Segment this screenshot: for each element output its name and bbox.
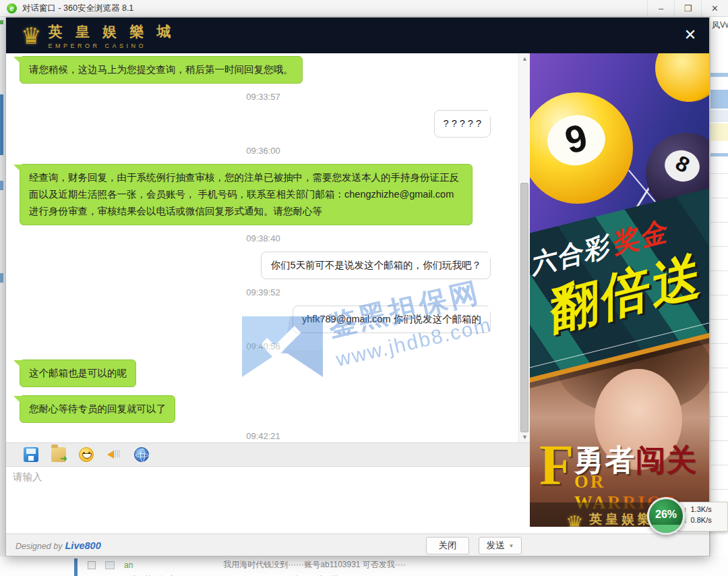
- background-band: [710, 90, 728, 109]
- window-close-button[interactable]: ✕: [701, 0, 728, 16]
- background-band: [710, 123, 728, 141]
- chat-message-agent: 请您稍候，这边马上为您提交查询，稍后第一时间回复您哦。: [20, 56, 507, 84]
- chat-scrollbar[interactable]: ▲ ▼: [518, 53, 530, 442]
- timestamp: 09:36:00: [20, 146, 507, 156]
- dialog-header: ♛ 英 皇 娱 樂 城 EMPEROR CASINO ✕: [6, 18, 709, 53]
- chat-scroll-content: 请您稍候，这边马上为您提交查询，稍后第一时间回复您哦。 09:33:57 ? ?…: [6, 53, 516, 442]
- chat-message-agent: 这个邮箱也是可以的呢: [20, 359, 507, 387]
- casino-logo: ♛ 英 皇 娱 樂 城 EMPEROR CASINO: [21, 22, 175, 49]
- background-row-text: 我用海时代钱没到······账号ab1103931 可否发我····: [223, 559, 405, 571]
- background-blue-chip: [0, 181, 3, 190]
- nine-ball: 9: [530, 92, 633, 204]
- background-page-bottom-strip: an 我用海时代钱没到······账号ab1103931 可否发我···· 王朝…: [0, 556, 728, 576]
- timestamp: 09:40:56: [20, 341, 507, 351]
- glow-ball: [655, 53, 710, 102]
- post-icon: [105, 561, 115, 569]
- background-username: an: [124, 560, 133, 570]
- background-text: 风Vwi: [712, 20, 728, 31]
- brand-name-en: EMPEROR CASINO: [48, 42, 175, 49]
- minimize-button[interactable]: –: [647, 0, 674, 16]
- dialog-close-icon[interactable]: ✕: [681, 26, 700, 45]
- background-page-left-strip: [0, 17, 5, 556]
- send-dropdown-caret-icon[interactable]: ▼: [509, 543, 514, 549]
- crown-icon: ♛: [21, 22, 41, 49]
- globe-icon[interactable]: [134, 447, 149, 462]
- crown-icon: ♛: [566, 512, 584, 527]
- close-button[interactable]: 关闭: [426, 537, 469, 554]
- ball-8-number: 8: [661, 145, 704, 183]
- network-speed-panel: ↑ 1.3K/s ↓ 0.8K/s: [677, 502, 728, 531]
- dialog-footer: Designed byLive800 关闭 发送 ▼: [6, 534, 710, 556]
- background-band: [710, 73, 728, 77]
- timestamp: 09:39:52: [20, 287, 507, 297]
- timestamp: 09:33:57: [20, 92, 507, 102]
- upload-speed: 1.3K/s: [691, 505, 712, 513]
- chat-message-agent: 经查询，财务回复，由于系统例行抽查审核，您的注单已被抽中，需要您发送本人的手持身…: [20, 164, 507, 225]
- ball-9-number: 9: [543, 111, 609, 167]
- save-icon[interactable]: [24, 447, 38, 462]
- speed-percent-badge[interactable]: 26%: [647, 497, 685, 535]
- chat-message-user: 你们5天前可不是说发这个邮箱的，你们玩我吧？: [20, 252, 507, 279]
- timestamp: 09:42:21: [20, 431, 507, 441]
- checkbox: [88, 561, 96, 569]
- background-scroll-bar: [0, 94, 3, 155]
- chat-toolbar: [6, 442, 530, 466]
- sound-icon[interactable]: [107, 447, 121, 462]
- window-titlebar: e 对话窗口 - 360安全浏览器 8.1 – ❒ ✕: [0, 0, 728, 17]
- chat-message-user: ? ? ? ? ?: [20, 110, 507, 138]
- background-band: [710, 153, 728, 156]
- message-input[interactable]: [6, 467, 530, 534]
- window-title: 对话窗口 - 360安全浏览器 8.1: [22, 3, 133, 14]
- send-button[interactable]: 发送 ▼: [479, 537, 522, 554]
- scrollbar-thumb[interactable]: [520, 183, 528, 432]
- chat-message-agent: 您耐心等待专员的回复就可以了: [20, 395, 507, 423]
- chat-message-area: 请您稍候，这边马上为您提交查询，稍后第一时间回复您哦。 09:33:57 ? ?…: [6, 53, 530, 442]
- browser-360-icon: e: [7, 3, 17, 13]
- timestamp: 09:38:40: [20, 233, 507, 243]
- background-page-right-strip: 风Vwi: [710, 17, 728, 556]
- maximize-button[interactable]: ❒: [674, 0, 701, 16]
- background-green-chip: [0, 20, 3, 24]
- background-band: [710, 110, 728, 122]
- warrior-slogan: F 勇者闯关 OR WARRIOR: [539, 442, 705, 489]
- speed-percent-value: 26%: [649, 509, 683, 521]
- brand-name-cn: 英 皇 娱 樂 城: [48, 22, 175, 41]
- promo-banner[interactable]: 9 8 F 勇者闯关 OR WARRIOR ♛ 英皇娱樂城 EMPER: [530, 53, 710, 527]
- live800-brand: Live800: [65, 540, 101, 551]
- file-send-icon[interactable]: [51, 447, 66, 462]
- background-blue-chip: [0, 273, 3, 283]
- designed-by-label: Designed byLive800: [16, 540, 101, 551]
- message-input-area: [6, 466, 530, 534]
- warrior-f-letter: F: [539, 442, 574, 489]
- download-speed: 0.8K/s: [691, 516, 712, 524]
- scroll-down-arrow-icon[interactable]: ▼: [519, 432, 530, 442]
- chat-dialog: ♛ 英 皇 娱 樂 城 EMPEROR CASINO ✕ 请您稍候，这边马上为您…: [5, 17, 710, 556]
- emoticon-icon[interactable]: [79, 447, 94, 462]
- scroll-up-arrow-icon[interactable]: ▲: [519, 53, 530, 64]
- chat-message-user: yhfk789@gmail.com 你们说发这个邮箱的: [20, 306, 507, 333]
- background-selection-bar: [74, 558, 78, 576]
